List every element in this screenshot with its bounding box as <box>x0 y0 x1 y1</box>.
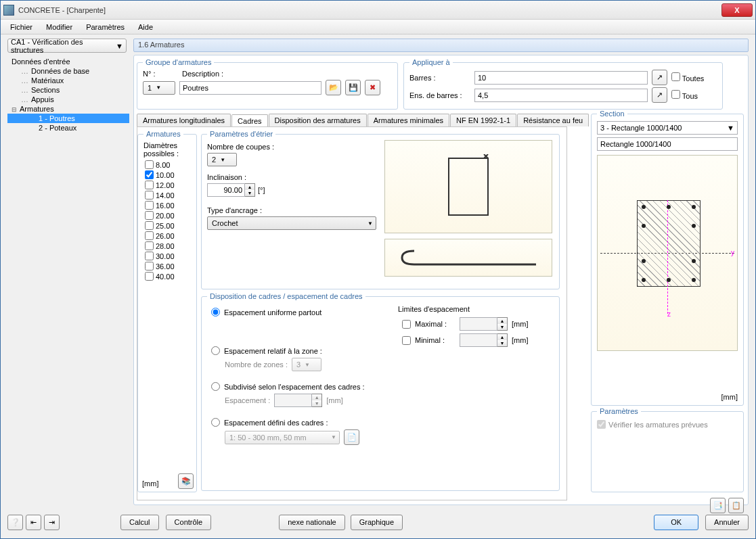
menu-parametres[interactable]: Paramètres <box>79 22 131 32</box>
tab-cadres[interactable]: Cadres <box>231 114 267 127</box>
diam-30[interactable]: 30.00 <box>143 250 191 260</box>
label-ens: Ens. de barres : <box>409 91 470 99</box>
unit-deg: [°] <box>258 186 265 194</box>
groupbox-title-pars: Paramètres <box>597 407 641 415</box>
pick-ens-icon[interactable]: ↗ <box>652 87 667 103</box>
svg-point-2 <box>667 205 671 209</box>
label-num: N° : <box>143 70 178 78</box>
tab-disposition[interactable]: Disposition des armatures <box>269 114 367 126</box>
svg-point-9 <box>667 278 671 282</box>
unit-mm: [mm] <box>142 479 158 488</box>
groupbox-title-appliquer: Appliquer à <box>409 58 453 66</box>
diam-25[interactable]: 25.00 <box>143 220 191 230</box>
tab-nfen[interactable]: NF EN 1992-1-1 <box>450 114 516 126</box>
module-dropdown[interactable]: CA1 - Vérification des structures ▼ <box>7 39 127 53</box>
tree-item-sections[interactable]: Sections <box>7 85 129 95</box>
svg-point-1 <box>642 205 646 209</box>
defini-dropdown: 1: 50 - 300 mm, 50 mm▼ <box>225 431 340 444</box>
diam-20[interactable]: 20.00 <box>143 210 191 220</box>
groupbox-title-armatures: Armatures <box>143 130 183 138</box>
diam-28[interactable]: 28.00 <box>143 240 191 250</box>
num-dropdown[interactable]: 1▼ <box>143 81 175 95</box>
label-barres: Barres : <box>409 74 470 82</box>
check-minimal[interactable] <box>402 336 411 345</box>
next-icon[interactable]: ⇥ <box>44 515 60 530</box>
groupbox-title-groupe: Groupe d'armatures <box>143 58 214 66</box>
ens-input[interactable] <box>474 89 648 102</box>
cancel-button[interactable]: Annuler <box>705 515 749 530</box>
annexe-button[interactable]: nexe nationale <box>279 515 345 530</box>
tree-item-armatures[interactable]: Armatures <box>7 104 129 114</box>
diam-12[interactable]: 12.00 <box>143 179 191 189</box>
help-icon[interactable]: ❔ <box>7 515 23 530</box>
menu-modifier[interactable]: Modifier <box>39 22 79 32</box>
tree-item-poutres[interactable]: 1 - Poutres <box>7 114 129 123</box>
checkbox-tous[interactable]: Tous <box>671 90 698 100</box>
diam-8[interactable]: 8.00 <box>143 159 191 169</box>
section-unit: [mm] <box>721 393 738 401</box>
menu-fichier[interactable]: Fichier <box>3 22 39 32</box>
ok-button[interactable]: OK <box>654 515 698 530</box>
prev-icon[interactable]: ⇤ <box>26 515 41 530</box>
tree-root[interactable]: Données d'entrée <box>7 57 129 66</box>
diam-36[interactable]: 36.00 <box>143 260 191 271</box>
pick-barres-icon[interactable]: ↗ <box>652 70 667 85</box>
load-icon[interactable]: 📂 <box>326 80 341 95</box>
maximal-spinner: ▲▼ <box>460 317 508 331</box>
menu-aide[interactable]: Aide <box>131 22 160 32</box>
diam-10[interactable]: 10.00 <box>143 169 191 179</box>
svg-point-5 <box>692 224 696 228</box>
checkbox-toutes[interactable]: Toutes <box>671 72 704 83</box>
label-limites: Limites d'espacement <box>398 305 554 313</box>
check-maximal[interactable] <box>402 320 411 329</box>
tab-longitudinales[interactable]: Armatures longitudinales <box>137 114 231 126</box>
diam-14[interactable]: 14.00 <box>143 189 191 200</box>
diam-40[interactable]: 40.00 <box>143 271 191 281</box>
tree-item-donnees[interactable]: Données de base <box>7 66 129 76</box>
radio-uniforme[interactable] <box>211 308 220 317</box>
chevron-down-icon: ▼ <box>116 42 123 50</box>
section-dropdown[interactable]: 3 - Rectangle 1000/1400▼ <box>597 121 738 135</box>
inclinaison-spinner[interactable]: ▲▼ <box>207 183 255 197</box>
radio-defini[interactable] <box>211 418 220 427</box>
graphique-button[interactable]: Graphique <box>351 515 403 530</box>
svg-rect-0 <box>449 158 488 215</box>
ancrage-dropdown[interactable]: Crochet▼ <box>207 216 376 230</box>
diam-16[interactable]: 16.00 <box>143 200 191 210</box>
diam-lib-icon[interactable]: 📚 <box>178 473 194 489</box>
radio-subdivise[interactable] <box>211 382 220 391</box>
nb-zones-dropdown: 3▼ <box>292 358 321 371</box>
section-name-input[interactable] <box>597 137 738 151</box>
svg-point-4 <box>642 224 646 228</box>
espacement-spinner: ▲▼ <box>274 394 322 407</box>
groupbox-title-section: Section <box>597 110 627 118</box>
page-title: 1.6 Armatures <box>133 39 749 52</box>
label-desc: Description : <box>182 70 223 78</box>
svg-point-3 <box>692 205 696 209</box>
tree-item-appuis[interactable]: Appuis <box>7 95 129 104</box>
minimal-spinner: ▲▼ <box>460 333 508 347</box>
defini-edit-icon[interactable]: 📄 <box>344 429 359 445</box>
tab-minimales[interactable]: Armatures minimales <box>368 114 449 126</box>
desc-input[interactable] <box>179 81 321 95</box>
nb-coupes-dropdown[interactable]: 2▼ <box>207 153 237 166</box>
label-diametres: Diamètres possibles : <box>143 141 191 158</box>
details-icon[interactable]: 📋 <box>728 498 744 513</box>
calcul-button[interactable]: Calcul <box>120 515 159 530</box>
save-icon[interactable]: 💾 <box>345 80 361 95</box>
tree-item-materiaux[interactable]: Matériaux <box>7 76 129 85</box>
barres-input[interactable] <box>474 71 648 85</box>
radio-relatif[interactable] <box>211 346 220 355</box>
groupbox-title-disposition: Disposition de cadres / espacement de ca… <box>207 292 365 300</box>
delete-icon[interactable]: ✖ <box>365 80 380 95</box>
window-title: CONCRETE - [Charpente] <box>18 6 721 14</box>
svg-point-8 <box>642 278 646 282</box>
close-button[interactable]: X <box>721 3 753 17</box>
tree-item-poteaux[interactable]: 2 - Poteaux <box>7 123 129 133</box>
controle-button[interactable]: Contrôle <box>166 515 212 530</box>
diam-26[interactable]: 26.00 <box>143 230 191 240</box>
app-icon <box>3 5 14 16</box>
report-icon[interactable]: 📑 <box>710 498 726 513</box>
tab-feu[interactable]: Résistance au feu <box>517 114 589 126</box>
stirrup-preview <box>384 140 552 233</box>
